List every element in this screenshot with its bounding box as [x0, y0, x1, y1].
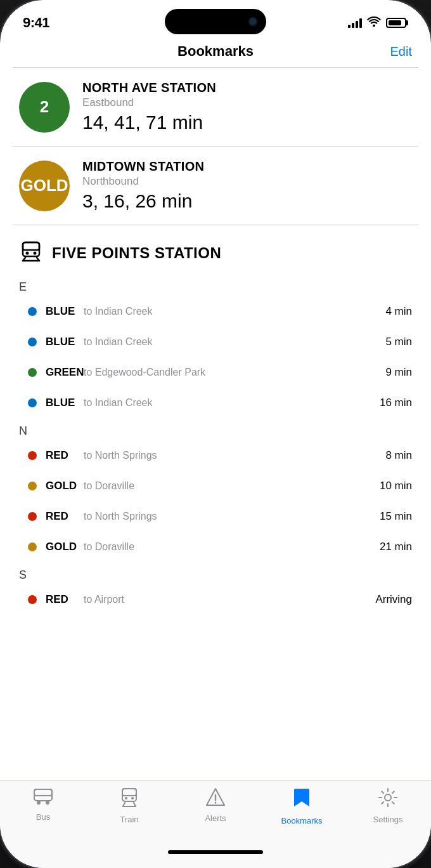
direction-label-s: S	[19, 569, 27, 581]
direction-section-e: E	[0, 274, 431, 296]
svg-point-2	[26, 252, 29, 255]
battery-icon	[386, 18, 408, 28]
tab-bus-label: Bus	[36, 812, 50, 822]
nav-header: Bookmarks Edit	[0, 36, 431, 67]
train-row: RED to North Springs 8 min	[0, 440, 431, 471]
status-time: 9:41	[23, 15, 49, 31]
page-title: Bookmarks	[177, 43, 254, 60]
svg-point-10	[46, 801, 49, 805]
phone-device: 9:41	[0, 0, 431, 868]
train-row: BLUE to Indian Creek 4 min	[0, 296, 431, 327]
bookmarks-icon	[293, 787, 311, 813]
times-north-ave: 14, 41, 71 min	[82, 112, 412, 133]
route-badge-north-ave: 2	[19, 82, 70, 133]
times-midtown: 3, 16, 26 min	[82, 190, 412, 212]
svg-point-16	[131, 797, 134, 799]
train-row: RED to North Springs 15 min	[0, 501, 431, 532]
tab-alerts-label: Alerts	[205, 813, 226, 823]
bookmark-card-midtown[interactable]: GOLD MIDTOWN STATION Northbound 3, 16, 2…	[0, 147, 431, 225]
svg-rect-8	[34, 789, 52, 796]
status-icons	[348, 16, 408, 29]
svg-point-22	[385, 794, 391, 801]
route-dot-red	[28, 451, 37, 460]
route-dot-red	[28, 512, 37, 521]
route-badge-midtown: GOLD	[19, 161, 70, 211]
svg-rect-14	[122, 789, 136, 796]
phone-screen: 9:41	[0, 0, 431, 868]
signal-icon	[348, 18, 362, 28]
five-points-title: FIVE POINTS STATION	[52, 244, 221, 262]
route-dot-gold	[28, 542, 37, 551]
train-row: BLUE to Indian Creek 16 min	[0, 388, 431, 418]
wifi-icon	[367, 16, 381, 29]
route-dot-blue	[28, 338, 37, 346]
train-row: GOLD to Doraville 10 min	[0, 471, 431, 501]
tab-bar: Bus Train	[0, 780, 431, 850]
direction-section-n: N	[0, 418, 431, 440]
tab-train[interactable]: Train	[86, 787, 172, 824]
five-points-header[interactable]: FIVE POINTS STATION	[0, 225, 431, 274]
tab-settings[interactable]: Settings	[345, 787, 431, 824]
svg-point-3	[34, 252, 37, 255]
route-dot-blue	[28, 398, 37, 407]
settings-icon	[378, 787, 398, 812]
front-camera	[248, 17, 257, 26]
train-row: GREEN to Edgewood-Candler Park 9 min	[0, 357, 431, 388]
tab-settings-label: Settings	[373, 815, 403, 824]
direction-north-ave: Eastbound	[82, 96, 412, 109]
status-bar: 9:41	[0, 0, 431, 36]
train-row: BLUE to Indian Creek 5 min	[0, 327, 431, 357]
edit-button[interactable]: Edit	[390, 44, 412, 59]
svg-rect-1	[23, 242, 39, 250]
content-area[interactable]: 2 NORTH AVE STATION Eastbound 14, 41, 71…	[0, 68, 431, 780]
station-name-north-ave: NORTH AVE STATION	[82, 81, 412, 95]
route-dot-red	[28, 595, 37, 604]
bookmark-info-midtown: MIDTOWN STATION Northbound 3, 16, 26 min	[82, 159, 412, 212]
bookmark-card-north-ave[interactable]: 2 NORTH AVE STATION Eastbound 14, 41, 71…	[0, 68, 431, 146]
bus-icon	[33, 787, 53, 810]
train-row: RED to Airport Arriving	[0, 584, 431, 615]
route-dot-green	[28, 368, 37, 377]
dynamic-island	[165, 9, 266, 34]
tab-bookmarks-label: Bookmarks	[281, 816, 322, 825]
direction-section-s: S	[0, 562, 431, 584]
home-indicator	[168, 850, 263, 854]
bookmark-info-north-ave: NORTH AVE STATION Eastbound 14, 41, 71 m…	[82, 81, 412, 133]
train-station-icon	[19, 238, 43, 268]
direction-label-n: N	[19, 424, 27, 437]
svg-point-15	[125, 797, 127, 799]
alerts-icon	[205, 787, 226, 811]
tab-alerts[interactable]: Alerts	[172, 787, 259, 823]
direction-midtown: Northbound	[82, 175, 412, 188]
svg-point-21	[215, 802, 217, 804]
station-name-midtown: MIDTOWN STATION	[82, 159, 412, 174]
direction-label-e: E	[19, 280, 27, 293]
route-dot-gold	[28, 482, 37, 490]
tab-bookmarks[interactable]: Bookmarks	[259, 787, 345, 825]
route-dot-blue	[28, 307, 37, 316]
tab-train-label: Train	[120, 815, 138, 824]
tab-bus[interactable]: Bus	[0, 787, 86, 822]
train-icon	[120, 787, 139, 812]
train-row: GOLD to Doraville 21 min	[0, 532, 431, 562]
svg-point-9	[37, 801, 41, 805]
